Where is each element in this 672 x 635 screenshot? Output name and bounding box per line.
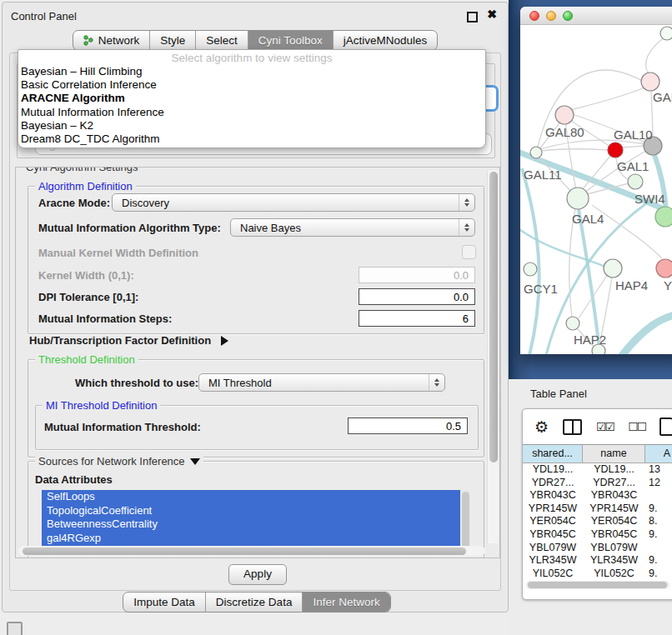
dropdown-prompt: Select algorithm to view settings <box>18 50 485 65</box>
mi-type-label: Mutual Information Algorithm Type: <box>38 222 221 234</box>
apply-button[interactable]: Apply <box>228 564 287 585</box>
dropdown-item[interactable]: Dream8 DC_TDC Algorithm <box>18 132 485 146</box>
close-panel-icon[interactable]: ✖ <box>487 8 497 20</box>
table-row[interactable]: YDR27...YDR27...12 <box>523 477 672 490</box>
network-node[interactable] <box>628 174 643 189</box>
network-edge <box>623 146 644 148</box>
node-label: GCY1 <box>524 282 558 296</box>
sources-title[interactable]: Sources for Network Inference <box>35 455 203 468</box>
network-node[interactable] <box>604 259 622 278</box>
network-node[interactable] <box>555 106 574 124</box>
table-cell: 9. <box>645 528 672 542</box>
columns-icon[interactable] <box>563 419 582 435</box>
zoom-window-icon[interactable] <box>563 11 573 21</box>
network-window-titlebar[interactable] <box>520 7 672 25</box>
node-label: GAL <box>653 90 672 104</box>
mi-threshold-field[interactable]: 0.5 <box>348 418 468 434</box>
dropdown-item[interactable]: Mutual Information Inference <box>18 106 485 119</box>
tab-style[interactable]: Style <box>149 31 195 50</box>
table-cell: YBR045C <box>523 528 583 542</box>
table-cell: 9. <box>645 554 672 568</box>
data-attributes-label: Data Attributes <box>35 473 113 486</box>
dpi-tolerance-field[interactable]: 0.0 <box>359 288 475 305</box>
attribute-list-item[interactable]: BetweennessCentrality <box>42 518 470 532</box>
tab-discretize-data[interactable]: Discretize Data <box>205 592 303 612</box>
which-threshold-select[interactable]: MI Threshold <box>198 373 445 392</box>
dropdown-item-selected[interactable]: ARACNE Algorithm <box>18 92 485 105</box>
network-node[interactable] <box>530 147 542 158</box>
network-window[interactable]: GALGAL80GAL10GAL11GAL1SWI4GAL4GCY1HAP4YH… <box>520 7 672 354</box>
network-canvas[interactable]: GALGAL80GAL10GAL11GAL1SWI4GAL4GCY1HAP4YH… <box>520 25 672 354</box>
table-row[interactable]: YPR145WYPR145W9. <box>523 502 672 516</box>
dropdown-item[interactable]: Bayesian – Hill Climbing <box>18 65 485 78</box>
deselect-columns-icon[interactable]: ☐☐ <box>628 420 645 433</box>
table-row[interactable]: YIL052CYIL052C9. <box>523 568 672 580</box>
chevron-down-icon <box>190 458 200 465</box>
tab-jactivemnodules[interactable]: jActiveMNodules <box>333 31 438 50</box>
table-cell: YLR345W <box>583 554 645 568</box>
aracne-mode-select[interactable]: Discovery <box>112 193 475 212</box>
chevron-right-icon <box>221 336 228 346</box>
minimized-panel-icon[interactable] <box>7 622 23 635</box>
network-node[interactable] <box>641 72 659 91</box>
network-node[interactable] <box>660 27 672 40</box>
table-row[interactable]: YLR345WYLR345W9. <box>523 554 672 568</box>
tab-impute-data[interactable]: Impute Data <box>123 592 205 612</box>
hub-definition-toggle[interactable]: Hub/Transcription Factor Definition <box>29 334 228 347</box>
settings-horizontal-scrollbar[interactable] <box>18 546 485 556</box>
attribute-list-item[interactable]: gal4RGexp <box>42 532 470 546</box>
table-row[interactable]: YBR043CYBR043C <box>523 489 672 502</box>
attribute-list-item[interactable]: SelfLoops <box>42 490 470 504</box>
select-columns-icon[interactable]: ☑☑ <box>596 420 614 433</box>
table-cell <box>645 542 672 555</box>
table-row[interactable]: YBR045CYBR045C9. <box>523 528 672 542</box>
network-node[interactable] <box>566 317 579 330</box>
table-cell: YLR345W <box>523 554 583 568</box>
table-row[interactable]: YBL079WYBL079W <box>523 542 672 555</box>
settings-vertical-scrollbar[interactable] <box>487 170 499 543</box>
manual-kernel-checkbox[interactable] <box>462 245 476 259</box>
network-node[interactable] <box>608 142 623 158</box>
table-cell: YBL079W <box>583 542 645 555</box>
tab-cyni-toolbox[interactable]: Cyni Toolbox <box>248 31 333 50</box>
column-header[interactable]: name <box>583 445 645 462</box>
close-window-icon[interactable] <box>529 11 539 21</box>
table-cell: YBL079W <box>523 542 583 555</box>
new-column-icon[interactable] <box>659 418 672 436</box>
table-row[interactable]: YER054CYER054C8. <box>523 515 672 528</box>
dropdown-item[interactable]: Basic Correlation Inference <box>18 78 485 92</box>
table-cell: 13 <box>645 463 672 477</box>
network-node[interactable] <box>567 188 589 209</box>
table-cell <box>645 489 672 502</box>
column-header[interactable]: shared... <box>523 445 583 462</box>
top-tab-bar: Network Style Select Cyni Toolbox jActiv… <box>3 30 508 51</box>
kernel-width-field[interactable]: 0.0 <box>359 267 475 283</box>
attribute-list-item[interactable]: TopologicalCoefficient <box>42 504 470 518</box>
minimize-window-icon[interactable] <box>546 11 556 21</box>
network-icon <box>83 35 94 46</box>
dropdown-item[interactable]: Bayesian – K2 <box>18 119 485 132</box>
table-cell: YER054C <box>583 515 645 528</box>
gear-icon[interactable]: ⚙ <box>534 419 549 435</box>
tab-network[interactable]: Network <box>73 31 150 50</box>
mi-algorithm-type-select[interactable]: Naive Bayes <box>230 218 475 237</box>
float-panel-icon[interactable] <box>467 12 478 22</box>
tab-select[interactable]: Select <box>195 31 248 50</box>
table-cell: YDR27... <box>523 477 583 490</box>
network-edge <box>646 37 665 74</box>
network-edge <box>522 168 539 354</box>
column-header[interactable]: A <box>645 445 672 462</box>
table-cell: YPR145W <box>523 502 583 516</box>
network-node[interactable] <box>524 262 537 276</box>
table-row[interactable]: YDL19...YDL19...13 <box>523 463 672 477</box>
manual-kernel-label: Manual Kernel Width Definition <box>38 247 198 259</box>
network-node[interactable] <box>655 207 672 227</box>
table-cell: YIL052C <box>523 568 583 580</box>
table-cell: 9. <box>645 502 672 516</box>
network-edge <box>541 149 609 151</box>
network-node[interactable] <box>656 259 672 278</box>
mi-steps-field[interactable]: 6 <box>359 310 475 327</box>
node-label: GAL80 <box>545 125 584 139</box>
table-horizontal-scrollbar[interactable] <box>526 581 669 589</box>
tab-infer-network[interactable]: Infer Network <box>302 592 389 612</box>
